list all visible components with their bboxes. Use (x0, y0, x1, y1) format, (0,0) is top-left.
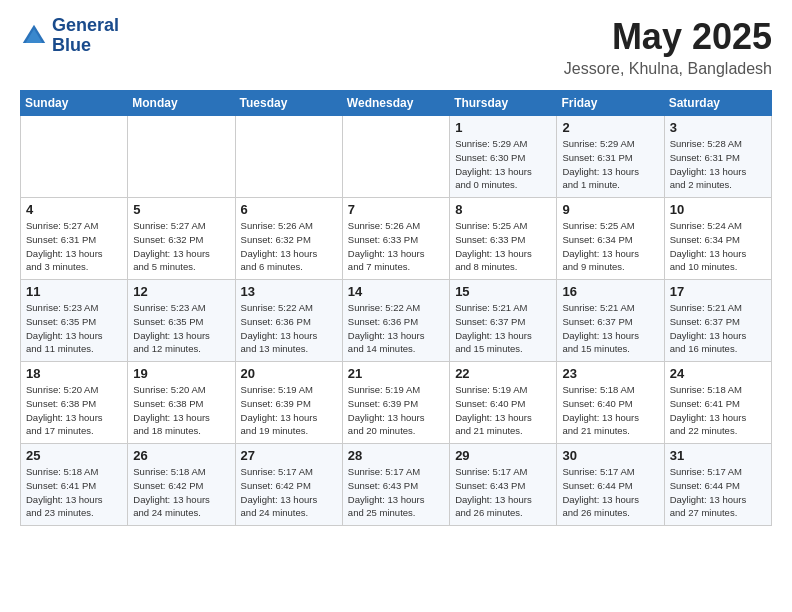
month-title: May 2025 (564, 16, 772, 58)
day-number: 6 (241, 202, 337, 217)
day-number: 20 (241, 366, 337, 381)
day-info: Sunrise: 5:19 AM Sunset: 6:39 PM Dayligh… (241, 383, 337, 438)
day-number: 14 (348, 284, 444, 299)
day-number: 19 (133, 366, 229, 381)
day-info: Sunrise: 5:20 AM Sunset: 6:38 PM Dayligh… (133, 383, 229, 438)
day-info: Sunrise: 5:25 AM Sunset: 6:33 PM Dayligh… (455, 219, 551, 274)
day-info: Sunrise: 5:18 AM Sunset: 6:40 PM Dayligh… (562, 383, 658, 438)
calendar-cell: 1Sunrise: 5:29 AM Sunset: 6:30 PM Daylig… (450, 116, 557, 198)
week-row-4: 18Sunrise: 5:20 AM Sunset: 6:38 PM Dayli… (21, 362, 772, 444)
day-number: 28 (348, 448, 444, 463)
calendar-cell: 25Sunrise: 5:18 AM Sunset: 6:41 PM Dayli… (21, 444, 128, 526)
day-number: 23 (562, 366, 658, 381)
calendar-cell: 24Sunrise: 5:18 AM Sunset: 6:41 PM Dayli… (664, 362, 771, 444)
day-info: Sunrise: 5:27 AM Sunset: 6:32 PM Dayligh… (133, 219, 229, 274)
day-number: 30 (562, 448, 658, 463)
day-number: 29 (455, 448, 551, 463)
day-number: 18 (26, 366, 122, 381)
calendar-cell (342, 116, 449, 198)
day-number: 3 (670, 120, 766, 135)
logo-text: General Blue (52, 16, 119, 56)
calendar-cell: 4Sunrise: 5:27 AM Sunset: 6:31 PM Daylig… (21, 198, 128, 280)
day-number: 26 (133, 448, 229, 463)
day-info: Sunrise: 5:27 AM Sunset: 6:31 PM Dayligh… (26, 219, 122, 274)
day-info: Sunrise: 5:20 AM Sunset: 6:38 PM Dayligh… (26, 383, 122, 438)
weekday-header-sunday: Sunday (21, 91, 128, 116)
day-number: 10 (670, 202, 766, 217)
day-number: 22 (455, 366, 551, 381)
calendar-cell: 16Sunrise: 5:21 AM Sunset: 6:37 PM Dayli… (557, 280, 664, 362)
day-number: 8 (455, 202, 551, 217)
logo: General Blue (20, 16, 119, 56)
calendar-cell: 17Sunrise: 5:21 AM Sunset: 6:37 PM Dayli… (664, 280, 771, 362)
page: General Blue May 2025 Jessore, Khulna, B… (0, 0, 792, 542)
day-info: Sunrise: 5:26 AM Sunset: 6:33 PM Dayligh… (348, 219, 444, 274)
day-number: 5 (133, 202, 229, 217)
calendar-cell: 27Sunrise: 5:17 AM Sunset: 6:42 PM Dayli… (235, 444, 342, 526)
calendar-cell (235, 116, 342, 198)
calendar-cell: 10Sunrise: 5:24 AM Sunset: 6:34 PM Dayli… (664, 198, 771, 280)
day-number: 11 (26, 284, 122, 299)
calendar-cell: 18Sunrise: 5:20 AM Sunset: 6:38 PM Dayli… (21, 362, 128, 444)
calendar-table: SundayMondayTuesdayWednesdayThursdayFrid… (20, 90, 772, 526)
day-info: Sunrise: 5:18 AM Sunset: 6:41 PM Dayligh… (26, 465, 122, 520)
day-info: Sunrise: 5:19 AM Sunset: 6:39 PM Dayligh… (348, 383, 444, 438)
location: Jessore, Khulna, Bangladesh (564, 60, 772, 78)
calendar-body: 1Sunrise: 5:29 AM Sunset: 6:30 PM Daylig… (21, 116, 772, 526)
weekday-header-thursday: Thursday (450, 91, 557, 116)
day-number: 1 (455, 120, 551, 135)
calendar-cell: 21Sunrise: 5:19 AM Sunset: 6:39 PM Dayli… (342, 362, 449, 444)
day-info: Sunrise: 5:29 AM Sunset: 6:30 PM Dayligh… (455, 137, 551, 192)
calendar-cell: 30Sunrise: 5:17 AM Sunset: 6:44 PM Dayli… (557, 444, 664, 526)
calendar-cell: 28Sunrise: 5:17 AM Sunset: 6:43 PM Dayli… (342, 444, 449, 526)
day-info: Sunrise: 5:22 AM Sunset: 6:36 PM Dayligh… (348, 301, 444, 356)
weekday-row: SundayMondayTuesdayWednesdayThursdayFrid… (21, 91, 772, 116)
day-info: Sunrise: 5:21 AM Sunset: 6:37 PM Dayligh… (670, 301, 766, 356)
week-row-2: 4Sunrise: 5:27 AM Sunset: 6:31 PM Daylig… (21, 198, 772, 280)
calendar-cell: 20Sunrise: 5:19 AM Sunset: 6:39 PM Dayli… (235, 362, 342, 444)
day-info: Sunrise: 5:17 AM Sunset: 6:44 PM Dayligh… (670, 465, 766, 520)
day-number: 27 (241, 448, 337, 463)
day-info: Sunrise: 5:21 AM Sunset: 6:37 PM Dayligh… (562, 301, 658, 356)
day-info: Sunrise: 5:18 AM Sunset: 6:42 PM Dayligh… (133, 465, 229, 520)
weekday-header-tuesday: Tuesday (235, 91, 342, 116)
calendar-cell: 26Sunrise: 5:18 AM Sunset: 6:42 PM Dayli… (128, 444, 235, 526)
calendar-cell: 19Sunrise: 5:20 AM Sunset: 6:38 PM Dayli… (128, 362, 235, 444)
calendar-cell (21, 116, 128, 198)
calendar-cell: 2Sunrise: 5:29 AM Sunset: 6:31 PM Daylig… (557, 116, 664, 198)
calendar-cell: 31Sunrise: 5:17 AM Sunset: 6:44 PM Dayli… (664, 444, 771, 526)
day-info: Sunrise: 5:22 AM Sunset: 6:36 PM Dayligh… (241, 301, 337, 356)
week-row-3: 11Sunrise: 5:23 AM Sunset: 6:35 PM Dayli… (21, 280, 772, 362)
calendar-cell: 15Sunrise: 5:21 AM Sunset: 6:37 PM Dayli… (450, 280, 557, 362)
calendar-cell: 29Sunrise: 5:17 AM Sunset: 6:43 PM Dayli… (450, 444, 557, 526)
day-info: Sunrise: 5:25 AM Sunset: 6:34 PM Dayligh… (562, 219, 658, 274)
weekday-header-saturday: Saturday (664, 91, 771, 116)
day-info: Sunrise: 5:18 AM Sunset: 6:41 PM Dayligh… (670, 383, 766, 438)
day-number: 2 (562, 120, 658, 135)
weekday-header-wednesday: Wednesday (342, 91, 449, 116)
week-row-5: 25Sunrise: 5:18 AM Sunset: 6:41 PM Dayli… (21, 444, 772, 526)
calendar-cell: 11Sunrise: 5:23 AM Sunset: 6:35 PM Dayli… (21, 280, 128, 362)
calendar-cell: 9Sunrise: 5:25 AM Sunset: 6:34 PM Daylig… (557, 198, 664, 280)
weekday-header-friday: Friday (557, 91, 664, 116)
calendar-cell: 8Sunrise: 5:25 AM Sunset: 6:33 PM Daylig… (450, 198, 557, 280)
weekday-header-monday: Monday (128, 91, 235, 116)
day-number: 17 (670, 284, 766, 299)
calendar-cell: 13Sunrise: 5:22 AM Sunset: 6:36 PM Dayli… (235, 280, 342, 362)
logo-line1: General (52, 16, 119, 36)
calendar-cell: 22Sunrise: 5:19 AM Sunset: 6:40 PM Dayli… (450, 362, 557, 444)
day-number: 25 (26, 448, 122, 463)
day-info: Sunrise: 5:28 AM Sunset: 6:31 PM Dayligh… (670, 137, 766, 192)
day-info: Sunrise: 5:23 AM Sunset: 6:35 PM Dayligh… (133, 301, 229, 356)
day-info: Sunrise: 5:19 AM Sunset: 6:40 PM Dayligh… (455, 383, 551, 438)
day-number: 24 (670, 366, 766, 381)
day-info: Sunrise: 5:17 AM Sunset: 6:44 PM Dayligh… (562, 465, 658, 520)
logo-icon (20, 22, 48, 50)
calendar-cell: 3Sunrise: 5:28 AM Sunset: 6:31 PM Daylig… (664, 116, 771, 198)
title-block: May 2025 Jessore, Khulna, Bangladesh (564, 16, 772, 78)
logo-line2: Blue (52, 36, 119, 56)
calendar-cell: 6Sunrise: 5:26 AM Sunset: 6:32 PM Daylig… (235, 198, 342, 280)
week-row-1: 1Sunrise: 5:29 AM Sunset: 6:30 PM Daylig… (21, 116, 772, 198)
calendar-cell: 12Sunrise: 5:23 AM Sunset: 6:35 PM Dayli… (128, 280, 235, 362)
day-info: Sunrise: 5:17 AM Sunset: 6:42 PM Dayligh… (241, 465, 337, 520)
